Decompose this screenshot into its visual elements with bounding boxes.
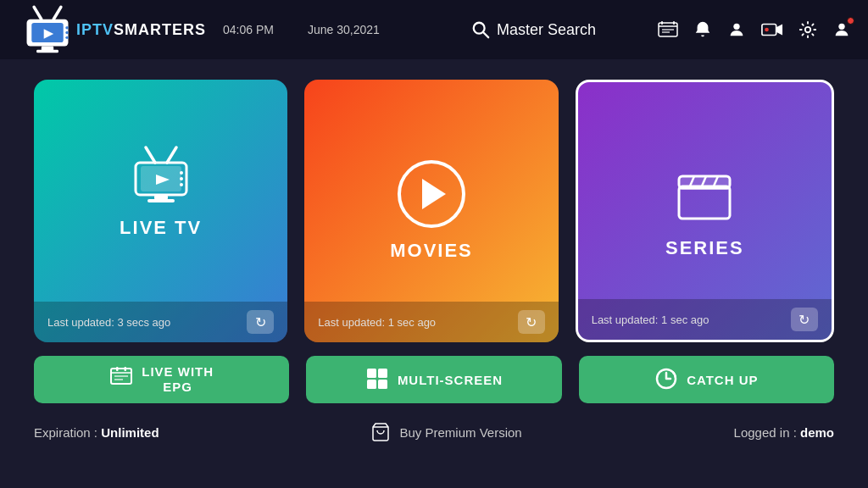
live-epg-icon: [109, 365, 133, 394]
search-icon: [471, 20, 490, 39]
user-icon[interactable]: [727, 20, 746, 39]
svg-rect-43: [116, 367, 119, 371]
bottom-buttons-row: LIVE WITH EPG MULTI-SCREEN: [34, 356, 834, 403]
svg-rect-44: [125, 367, 127, 371]
header-time: 04:06 PM: [223, 23, 291, 36]
epg-icon[interactable]: [658, 20, 678, 39]
catch-up-icon: [654, 367, 678, 393]
live-tv-title: LIVE TV: [120, 217, 202, 239]
svg-point-21: [765, 28, 769, 32]
live-tv-last-updated: Last updated: 3 secs ago: [47, 316, 170, 329]
svg-marker-20: [776, 25, 782, 36]
header-icons: [658, 20, 851, 39]
svg-rect-47: [367, 369, 376, 378]
svg-point-8: [65, 31, 68, 34]
svg-line-0: [34, 7, 42, 19]
movies-footer: Last updated: 1 sec ago ↻: [304, 302, 558, 342]
header-search[interactable]: Master Search: [426, 20, 641, 39]
catch-up-button[interactable]: CATCH UP: [579, 356, 834, 403]
series-card[interactable]: SERIES Last updated: 1 sec ago ↻: [576, 80, 834, 342]
live-with-epg-button[interactable]: LIVE WITH EPG: [34, 356, 289, 403]
svg-rect-50: [378, 380, 387, 389]
settings-icon[interactable]: [798, 20, 817, 39]
expiration-info: Expiration : Unlimited: [34, 425, 159, 440]
logo-area: IPTVSMARTERS: [17, 0, 206, 60]
tv-card-icon: [127, 141, 195, 208]
series-clapper-icon: [670, 163, 738, 230]
cart-icon: [370, 422, 391, 442]
logged-in-value: demo: [800, 425, 834, 440]
expiration-label: Expiration :: [34, 425, 97, 440]
header: IPTVSMARTERS 04:06 PM June 30,2021 Maste…: [0, 0, 868, 59]
logged-in-label: Logged in :: [734, 425, 797, 440]
svg-line-25: [167, 147, 176, 163]
bell-icon[interactable]: [693, 20, 712, 39]
buy-section[interactable]: Buy Premium Version: [370, 422, 521, 442]
search-label: Master Search: [497, 21, 596, 39]
svg-line-11: [483, 32, 488, 37]
svg-rect-49: [367, 380, 376, 389]
multi-screen-label: MULTI-SCREEN: [398, 373, 503, 387]
expiration-value: Unlimited: [101, 425, 159, 440]
catch-up-label: CATCH UP: [687, 373, 758, 387]
header-date: June 30,2021: [308, 23, 409, 36]
footer: Expiration : Unlimited Buy Premium Versi…: [0, 417, 868, 447]
svg-rect-6: [36, 50, 58, 53]
live-epg-label: LIVE WITH EPG: [142, 364, 214, 395]
svg-point-7: [65, 26, 68, 29]
svg-line-24: [146, 147, 155, 163]
series-title: SERIES: [665, 237, 744, 259]
live-tv-refresh-button[interactable]: ↻: [247, 310, 274, 334]
multi-screen-button[interactable]: MULTI-SCREEN: [306, 356, 561, 403]
live-tv-card[interactable]: LIVE TV Last updated: 3 secs ago ↻: [34, 80, 287, 342]
svg-point-18: [733, 24, 739, 30]
movies-last-updated: Last updated: 1 sec ago: [318, 316, 436, 329]
svg-rect-14: [661, 21, 663, 25]
svg-line-1: [53, 7, 61, 19]
series-last-updated: Last updated: 1 sec ago: [592, 313, 709, 326]
movies-title: MOVIES: [390, 240, 473, 262]
svg-point-23: [838, 24, 844, 30]
movies-play-icon: [398, 160, 465, 228]
main-content: LIVE TV Last updated: 3 secs ago ↻ MOVIE…: [0, 59, 868, 417]
svg-point-33: [180, 183, 183, 186]
profile-icon[interactable]: [832, 20, 851, 39]
logo-text: IPTVSMARTERS: [76, 21, 206, 39]
multi-screen-icon: [365, 367, 389, 393]
series-footer: Last updated: 1 sec ago ↻: [578, 299, 832, 340]
svg-rect-30: [147, 199, 175, 202]
series-refresh-button[interactable]: ↻: [791, 308, 818, 331]
svg-rect-19: [762, 25, 776, 36]
svg-point-9: [65, 36, 68, 39]
svg-point-22: [805, 27, 810, 32]
svg-point-32: [180, 177, 183, 180]
svg-point-31: [180, 171, 183, 175]
movies-card[interactable]: MOVIES Last updated: 1 sec ago ↻: [304, 80, 558, 342]
movies-refresh-button[interactable]: ↻: [518, 310, 545, 334]
svg-rect-48: [378, 369, 387, 378]
cards-row: LIVE TV Last updated: 3 secs ago ↻ MOVIE…: [34, 80, 834, 342]
logged-in-info: Logged in : demo: [734, 425, 834, 440]
logo-tv-icon: [17, 0, 78, 60]
rec-icon[interactable]: [761, 20, 783, 39]
buy-label: Buy Premium Version: [399, 425, 521, 440]
svg-rect-15: [673, 21, 675, 25]
live-tv-footer: Last updated: 3 secs ago ↻: [34, 302, 287, 342]
svg-rect-34: [679, 186, 730, 219]
